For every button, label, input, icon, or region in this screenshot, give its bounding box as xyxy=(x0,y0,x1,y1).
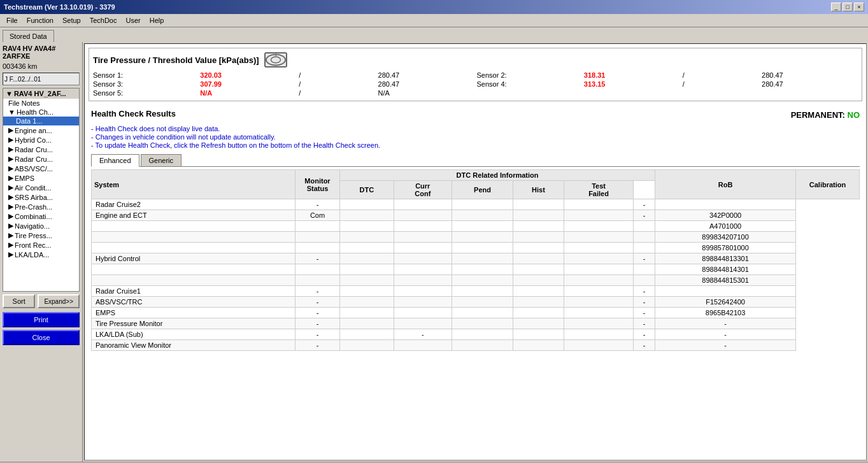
col-monitor-status: MonitorStatus xyxy=(295,170,340,199)
expand-icon-health: ▼ xyxy=(8,108,15,116)
engine-label: Engine an... xyxy=(15,127,52,134)
tree-item-combi[interactable]: ▶ Combinati... xyxy=(3,211,79,221)
expand-icon-combi: ▶ xyxy=(8,212,13,220)
print-button[interactable]: Print xyxy=(3,312,80,327)
cell-test-failed xyxy=(564,232,633,243)
cell-monitor: - xyxy=(295,329,340,340)
cell-dtc xyxy=(340,275,394,286)
tree-item-radar1[interactable]: ▶ Radar Cru... xyxy=(3,145,79,154)
cell-dtc xyxy=(340,210,394,221)
cell-calibration xyxy=(655,199,796,210)
cell-dtc xyxy=(340,232,394,243)
window-controls[interactable]: _ □ × xyxy=(831,3,864,11)
cell-curr-conf: - xyxy=(394,329,452,340)
tab-stored-data[interactable]: Stored Data xyxy=(3,30,54,42)
menu-setup[interactable]: Setup xyxy=(59,15,85,25)
cell-calibration: 8965B42103 xyxy=(655,308,796,318)
cell-hist xyxy=(513,275,564,286)
menu-bar: File Function Setup TechDoc User Help xyxy=(0,14,868,27)
cell-hist xyxy=(513,243,564,253)
tab-enhanced[interactable]: Enhanced xyxy=(91,154,139,167)
tree-item-radar2[interactable]: ▶ Radar Cru... xyxy=(3,154,79,164)
cell-system: Panoramic View Monitor xyxy=(92,340,295,351)
permanent-value: NO xyxy=(848,110,860,120)
expand-icon-nav: ▶ xyxy=(8,222,13,230)
expand-button[interactable]: Expand>> xyxy=(38,294,80,308)
cell-hist xyxy=(513,308,564,318)
sort-button[interactable]: Sort xyxy=(3,294,35,308)
table-row: Radar Cruise1 - - xyxy=(92,286,860,297)
tree-item-tirepress[interactable]: ▶ Tire Press... xyxy=(3,231,79,240)
cell-monitor: - xyxy=(295,199,340,210)
cell-monitor xyxy=(295,243,340,253)
tree-item-emps[interactable]: ▶ EMPS xyxy=(3,173,79,183)
tree-item-lka[interactable]: ▶ LKA/LDA... xyxy=(3,250,79,259)
menu-help[interactable]: Help xyxy=(146,15,168,25)
sensor5-label: Sensor 5: xyxy=(93,89,197,97)
tab-generic[interactable]: Generic xyxy=(141,154,182,166)
health-note-2[interactable]: - Changes in vehicle condition will not … xyxy=(91,133,860,141)
cell-calibration: 342P0000 xyxy=(655,210,796,221)
menu-function[interactable]: Function xyxy=(23,15,57,25)
table-row: 899834207100 xyxy=(92,232,860,243)
cell-curr-conf xyxy=(394,340,452,351)
cell-monitor xyxy=(295,264,340,275)
cell-dtc xyxy=(340,264,394,275)
tree-item-nav[interactable]: ▶ Navigatio... xyxy=(3,221,79,231)
tree-item-engine[interactable]: ▶ Engine an... xyxy=(3,125,79,135)
tree-item-aircon[interactable]: ▶ Air Condit... xyxy=(3,183,79,192)
maximize-button[interactable]: □ xyxy=(843,3,853,11)
menu-tecdoc[interactable]: TechDoc xyxy=(86,15,121,25)
menu-user[interactable]: User xyxy=(122,15,144,25)
tree-item-data1[interactable]: Data 1... xyxy=(3,117,79,125)
close-button[interactable]: Close xyxy=(3,330,80,345)
minimize-button[interactable]: _ xyxy=(831,3,841,11)
cell-system: Hybrid Control xyxy=(92,253,295,264)
cell-calibration: 898844814301 xyxy=(655,264,796,275)
expand-icon-radar1: ▶ xyxy=(8,145,13,153)
sensor1-value: 320.03 xyxy=(200,71,296,79)
cell-system: ABS/VSC/TRC xyxy=(92,297,295,308)
expand-icon-radar2: ▶ xyxy=(8,155,13,163)
tree-item-hybrid[interactable]: ▶ Hybrid Co... xyxy=(3,135,79,145)
cell-calibration: F152642400 xyxy=(655,297,796,308)
table-row: 898844814301 xyxy=(92,264,860,275)
health-check-label: Health Ch... xyxy=(17,108,53,116)
tree-item-srs[interactable]: ▶ SRS Airba... xyxy=(3,192,79,202)
tree-item-abs[interactable]: ▶ ABS/VSC/... xyxy=(3,164,79,173)
cell-pend xyxy=(452,275,513,286)
cell-system: Radar Cruise1 xyxy=(92,286,295,297)
cell-rob: - xyxy=(634,308,655,318)
health-note-3[interactable]: - To update Health Check, click the Refr… xyxy=(91,141,860,149)
expand-icon-engine: ▶ xyxy=(8,126,13,134)
col-dtc: DTC xyxy=(340,181,394,199)
tree-item-precrash[interactable]: ▶ Pre-Crash... xyxy=(3,202,79,211)
cell-dtc xyxy=(340,340,394,351)
health-check-title: Health Check Results xyxy=(91,109,176,118)
sensor3-threshold: 280.47 xyxy=(378,80,474,88)
tree-item-healthcheck[interactable]: ▼ Health Ch... xyxy=(3,108,79,117)
health-note-1[interactable]: - Health Check does not display live dat… xyxy=(91,125,860,132)
tire-title-text: Tire Pressure / Threshold Value [kPa(abs… xyxy=(93,55,259,65)
cell-pend xyxy=(452,308,513,318)
cell-monitor: - xyxy=(295,318,340,329)
cell-rob: - xyxy=(634,318,655,329)
abs-label: ABS/VSC/... xyxy=(15,165,53,173)
col-rob: RoB xyxy=(655,170,796,199)
cell-system xyxy=(92,264,295,275)
cell-test-failed xyxy=(564,286,633,297)
close-window-button[interactable]: × xyxy=(854,3,864,11)
tree-item-filenotes[interactable]: File Notes xyxy=(3,99,79,108)
table-row: A4701000 xyxy=(92,221,860,232)
cell-rob xyxy=(634,275,655,286)
tree-container: ▼ RAV4 HV_2AF... File Notes ▼ Health Ch.… xyxy=(3,88,80,292)
cell-hist xyxy=(513,340,564,351)
menu-file[interactable]: File xyxy=(3,15,22,25)
content-tabs: Enhanced Generic xyxy=(91,154,860,167)
expand-icon-precrash: ▶ xyxy=(8,203,13,211)
tree-item-frontrec[interactable]: ▶ Front Rec... xyxy=(3,240,79,250)
cell-dtc xyxy=(340,221,394,232)
sensor3-value: 307.99 xyxy=(200,80,296,88)
sensor4-threshold: 280.47 xyxy=(762,80,858,88)
cell-pend xyxy=(452,264,513,275)
